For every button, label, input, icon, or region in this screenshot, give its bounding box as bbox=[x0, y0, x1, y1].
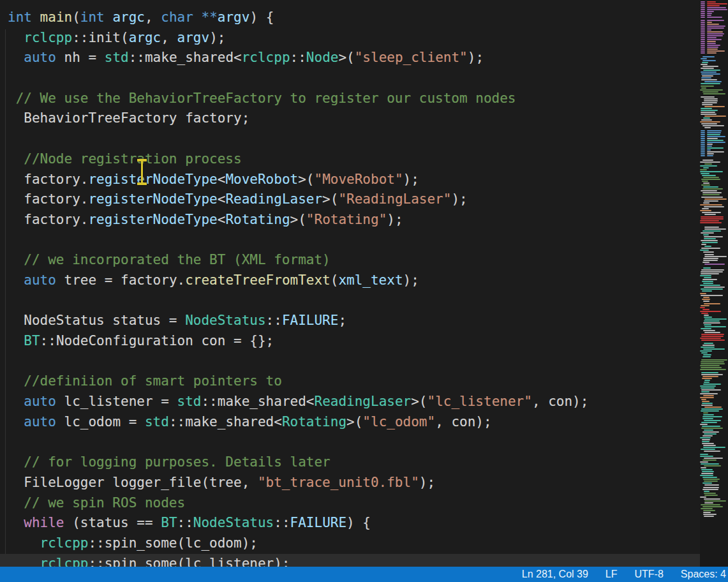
minimap-line bbox=[702, 242, 718, 243]
code-line[interactable]: //Node registration process bbox=[0, 149, 700, 170]
code-token: tree = factory. bbox=[56, 272, 185, 288]
minimap-line bbox=[702, 416, 722, 417]
minimap-line bbox=[701, 359, 727, 361]
minimap-line bbox=[707, 9, 727, 10]
minimap-line bbox=[701, 64, 708, 65]
code-line[interactable] bbox=[0, 352, 700, 372]
code-token: ** bbox=[202, 10, 218, 25]
minimap-line bbox=[703, 283, 713, 284]
code-line[interactable]: factory.registerNodeType<Rotating>("Rota… bbox=[0, 210, 700, 230]
minimap-line bbox=[700, 220, 719, 221]
minimap-line bbox=[700, 393, 718, 394]
code-line[interactable]: //definiion of smart pointers to bbox=[0, 371, 700, 392]
status-eol[interactable]: LF bbox=[605, 569, 618, 580]
minimap-line bbox=[701, 119, 712, 121]
minimap-line bbox=[702, 431, 719, 433]
minimap-line bbox=[700, 311, 721, 312]
code-line[interactable]: // We use the BehaviorTreeFactory to reg… bbox=[0, 89, 700, 109]
code-token: registerNodeType bbox=[88, 172, 217, 187]
minimap-line bbox=[703, 186, 718, 188]
code-line[interactable] bbox=[0, 230, 700, 251]
code-line[interactable]: NodeStatus status = NodeStatus::FAILURE; bbox=[0, 311, 700, 331]
code-area[interactable]: int main(int argc, char **argv) { rclcpp… bbox=[0, 0, 700, 567]
code-token: std bbox=[145, 414, 169, 429]
minimap-line bbox=[703, 297, 709, 298]
minimap-line bbox=[702, 194, 720, 195]
minimap-line bbox=[701, 52, 705, 54]
minimap-line bbox=[707, 29, 711, 31]
minimap-line bbox=[701, 504, 720, 505]
code-token: "bt_trace_unit0.fbl" bbox=[258, 475, 419, 490]
code-token: int bbox=[80, 10, 105, 25]
code-line[interactable]: factory.registerNodeType<MoveRobot>("Mov… bbox=[0, 170, 700, 190]
code-line[interactable]: BehaviorTreeFactory factory; bbox=[0, 108, 700, 129]
code-token: ::NodeConfiguration con = {}; bbox=[40, 333, 274, 348]
code-line[interactable]: FileLogger logger_file(tree, "bt_trace_u… bbox=[0, 473, 700, 493]
code-line[interactable]: while (status == BT::NodeStatus::FAILURE… bbox=[0, 513, 700, 534]
minimap-line bbox=[703, 177, 719, 178]
code-token bbox=[8, 556, 40, 567]
minimap-line bbox=[707, 52, 717, 54]
minimap-line bbox=[704, 198, 727, 200]
minimap-line bbox=[701, 130, 705, 131]
code-line[interactable] bbox=[0, 68, 700, 89]
code-token: auto bbox=[24, 394, 56, 409]
minimap-line bbox=[700, 496, 706, 498]
minimap-line bbox=[700, 250, 709, 251]
minimap-line bbox=[701, 190, 717, 191]
code-line[interactable]: int main(int argc, char **argv) { bbox=[0, 8, 700, 28]
code-line[interactable]: rclcpp::spin_some(lc_odom); bbox=[0, 534, 700, 554]
code-token: Rotating bbox=[282, 414, 346, 429]
minimap-line bbox=[700, 461, 708, 463]
minimap-line bbox=[700, 293, 706, 294]
minimap-line bbox=[700, 369, 726, 370]
status-indentation[interactable]: Spaces: 4 bbox=[681, 569, 726, 580]
code-line[interactable]: // we incorporated the BT (XML format) bbox=[0, 250, 700, 271]
code-editor[interactable]: int main(int argc, char **argv) { rclcpp… bbox=[0, 0, 728, 567]
code-token: factory. bbox=[8, 172, 88, 187]
minimap-line bbox=[703, 479, 720, 480]
code-line[interactable]: factory.registerNodeType<ReadingLaser>("… bbox=[0, 190, 700, 210]
minimap-line bbox=[704, 98, 718, 100]
status-cursor-position[interactable]: Ln 281, Col 39 bbox=[522, 569, 588, 580]
minimap-line bbox=[701, 83, 720, 84]
code-line[interactable] bbox=[0, 129, 700, 149]
minimap[interactable] bbox=[700, 0, 728, 567]
code-token bbox=[8, 394, 24, 409]
minimap-line bbox=[707, 136, 725, 137]
code-token: ::make_shared< bbox=[169, 414, 282, 429]
minimap-line bbox=[707, 134, 720, 135]
minimap-line bbox=[701, 232, 714, 234]
minimap-line bbox=[701, 87, 706, 89]
code-line[interactable]: // we spin ROS nodes bbox=[0, 493, 700, 514]
code-line[interactable]: auto lc_listener = std::make_shared<Read… bbox=[0, 392, 700, 412]
minimap-line bbox=[704, 380, 710, 381]
code-token: // We use the BehaviorTreeFactory to reg… bbox=[8, 91, 516, 106]
minimap-line bbox=[701, 20, 705, 21]
code-line[interactable]: rclcpp::spin_some(lc_listener); bbox=[0, 554, 700, 567]
minimap-line bbox=[704, 343, 713, 344]
code-line[interactable] bbox=[0, 432, 700, 452]
code-line[interactable]: auto tree = factory.createTreeFromText(x… bbox=[0, 271, 700, 291]
minimap-line bbox=[703, 384, 721, 385]
minimap-line bbox=[704, 256, 727, 257]
minimap-line bbox=[704, 502, 713, 504]
code-line[interactable]: BT::NodeConfiguration con = {}; bbox=[0, 331, 700, 352]
code-token: "sleep_client" bbox=[355, 50, 468, 65]
minimap-line bbox=[701, 3, 705, 4]
minimap-line bbox=[701, 142, 705, 143]
minimap-line bbox=[702, 403, 713, 404]
minimap-line bbox=[701, 45, 705, 46]
minimap-line bbox=[701, 132, 705, 133]
code-line[interactable]: auto nh = std::make_shared<rclcpp::Node>… bbox=[0, 48, 700, 68]
minimap-line bbox=[704, 116, 726, 117]
code-token: , bbox=[145, 10, 161, 25]
minimap-line bbox=[704, 264, 725, 265]
minimap-line bbox=[701, 305, 709, 306]
code-line[interactable]: rclcpp::init(argc, argv); bbox=[0, 28, 700, 48]
status-encoding[interactable]: UTF-8 bbox=[635, 569, 664, 580]
code-line[interactable]: auto lc_odom = std::make_shared<Rotating… bbox=[0, 412, 700, 433]
minimap-line bbox=[701, 37, 705, 38]
code-line[interactable]: // for logging purposes. Details later bbox=[0, 452, 700, 473]
code-line[interactable] bbox=[0, 291, 700, 311]
